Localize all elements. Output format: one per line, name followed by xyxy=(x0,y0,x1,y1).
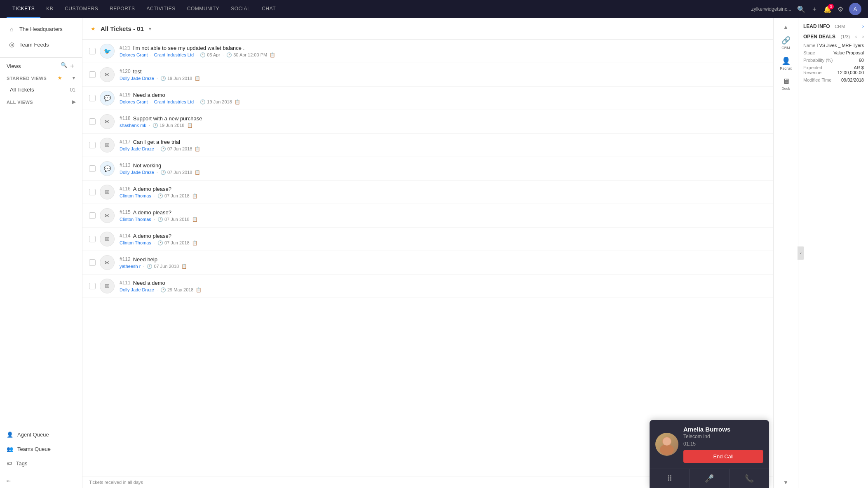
crm-nav-crm[interactable]: 🔗 CRM xyxy=(774,33,798,53)
ticket-info: #114 A demo please? Clinton Thomas· 🕐 07… xyxy=(120,233,809,246)
contact-name[interactable]: Dolly Jade Draze xyxy=(120,287,154,292)
sidebar-item-agent-queue[interactable]: 👤 Agent Queue xyxy=(0,427,82,442)
ticket-subject: Need a demo xyxy=(133,92,165,98)
contact-name[interactable]: Dolores Grant xyxy=(120,99,148,104)
ticket-row[interactable]: ✉ #116 A demo please? Clinton Thomas· 🕐 … xyxy=(82,181,868,204)
end-call-button[interactable]: End Call xyxy=(683,450,763,463)
user-avatar[interactable]: A xyxy=(849,3,861,15)
sidebar-bottom: 👤 Agent Queue 👥 Teams Queue 🏷 Tags xyxy=(0,424,82,474)
ticket-checkbox[interactable] xyxy=(89,189,96,195)
contact-name[interactable]: Dolores Grant xyxy=(120,52,148,57)
add-view-icon[interactable]: ＋ xyxy=(69,62,75,70)
contact-name[interactable]: Clinton Thomas xyxy=(120,193,151,198)
title-dropdown-arrow[interactable]: ▾ xyxy=(149,26,151,32)
ticket-row[interactable]: ✉ #117 Can I get a free trial Dolly Jade… xyxy=(82,134,868,157)
company-name[interactable]: Grant Industries Ltd xyxy=(154,52,194,57)
main-content: ★ All Tickets - 01 ▾ ☰ ⊞ ▾ ••• 🐦 xyxy=(82,18,868,488)
ticket-row[interactable]: ✉ #120 test Dolly Jade Draze· 🕐 19 Jun 2… xyxy=(82,63,868,87)
ticket-note-icon: 📋 xyxy=(195,170,200,175)
nav-item-social[interactable]: SOCIAL xyxy=(225,0,256,18)
contact-name[interactable]: Clinton Thomas xyxy=(120,240,151,245)
nav-item-chat[interactable]: CHAT xyxy=(256,0,282,18)
contact-name[interactable]: Dolly Jade Draze xyxy=(120,76,154,81)
ticket-checkbox[interactable] xyxy=(89,259,96,266)
nav-item-customers[interactable]: CUSTOMERS xyxy=(59,0,104,18)
nav-item-kb[interactable]: KB xyxy=(40,0,59,18)
ticket-row[interactable]: ✉ #114 A demo please? Clinton Thomas· 🕐 … xyxy=(82,228,868,251)
nav-items: TICKETS KB CUSTOMERS REPORTS ACTIVITIES … xyxy=(7,0,751,18)
ticket-number: #112 xyxy=(120,256,131,262)
crm-panel-collapse[interactable]: ‹ xyxy=(798,246,804,260)
contact-name[interactable]: shashank mk xyxy=(120,123,146,128)
call-contact-company: Telecom Ind xyxy=(683,434,763,439)
ticket-row[interactable]: 💬 #119 Need a demo Dolores Grant· Grant … xyxy=(82,87,868,110)
ticket-meta: Dolly Jade Draze· 🕐 07 Jun 2018📋 xyxy=(120,170,809,175)
nav-item-tickets[interactable]: TICKETS xyxy=(7,0,40,18)
ticket-checkbox[interactable] xyxy=(89,165,96,172)
add-icon[interactable]: ＋ xyxy=(811,5,818,14)
phone-btn[interactable]: 📞 xyxy=(730,469,769,488)
ticket-row[interactable]: ✉ #118 Support with a new purchase shash… xyxy=(82,110,868,134)
collapse-sidebar-btn[interactable]: ⇤ xyxy=(0,474,82,488)
call-avatar xyxy=(655,433,678,456)
nav-item-activities[interactable]: ACTIVITIES xyxy=(141,0,181,18)
ticket-time: 🕐 07 Jun 2018 xyxy=(147,264,179,269)
crm-nav-desk[interactable]: 🖥 Desk xyxy=(774,74,798,94)
crm-panel-scroll-down[interactable]: ▼ xyxy=(781,477,791,488)
ticket-row[interactable]: 💬 #113 Not working Dolly Jade Draze· 🕐 0… xyxy=(82,157,868,181)
title-star-icon: ★ xyxy=(91,26,96,32)
dialpad-btn[interactable]: ⠿ xyxy=(650,469,690,488)
ticket-title-row: #119 Need a demo xyxy=(120,92,809,98)
starred-all-tickets[interactable]: All Tickets 01 xyxy=(0,83,82,96)
ticket-info: #113 Not working Dolly Jade Draze· 🕐 07 … xyxy=(120,162,809,175)
ticket-checkbox[interactable] xyxy=(89,95,96,101)
ticket-title-row: #112 Need help xyxy=(120,256,809,263)
notifications-icon[interactable]: 🔔 3 xyxy=(823,5,832,13)
ticket-checkbox[interactable] xyxy=(89,71,96,78)
crm-nav-recruit[interactable]: 👤 Recruit xyxy=(774,53,798,74)
open-deals-nav-prev[interactable]: ‹ xyxy=(855,33,857,40)
stage-value: Value Proposal xyxy=(833,50,864,55)
call-contact-name: Amelia Burrows xyxy=(683,426,763,433)
sidebar-item-teams-queue[interactable]: 👥 Teams Queue xyxy=(0,442,82,456)
sidebar-item-tags[interactable]: 🏷 Tags xyxy=(0,456,82,471)
nav-item-reports[interactable]: REPORTS xyxy=(104,0,141,18)
open-deals-nav-next[interactable]: › xyxy=(862,33,864,40)
ticket-number: #121 xyxy=(120,45,131,51)
sidebar-item-headquarters[interactable]: ⌂ The Headquarters xyxy=(0,21,82,37)
ticket-row[interactable]: ✉ #111 Need a demo Dolly Jade Draze· 🕐 2… xyxy=(82,274,868,298)
ticket-checkbox[interactable] xyxy=(89,118,96,125)
lead-info-expand[interactable]: › xyxy=(862,23,864,29)
sidebar-item-team-feeds[interactable]: ◎ Team Feeds xyxy=(0,37,82,52)
all-views-label: ALL VIEWS xyxy=(7,100,33,105)
ticket-time: 🕐 05 Apr xyxy=(200,52,220,58)
starred-views-collapse[interactable]: ▾ xyxy=(73,75,75,81)
crm-panel-scroll-up[interactable]: ▲ xyxy=(781,21,791,33)
company-name[interactable]: Grant Industries Ltd xyxy=(154,99,194,104)
phone-icon: 📞 xyxy=(745,474,754,483)
contact-name[interactable]: Dolly Jade Draze xyxy=(120,146,154,151)
contact-name[interactable]: Clinton Thomas xyxy=(120,217,151,222)
mute-btn[interactable]: 🎤 xyxy=(690,469,730,488)
ticket-checkbox[interactable] xyxy=(89,142,96,148)
contact-name[interactable]: Dolly Jade Draze xyxy=(120,170,154,175)
settings-icon[interactable]: ⚙ xyxy=(838,5,843,13)
ticket-checkbox[interactable] xyxy=(89,212,96,219)
ticket-row[interactable]: 🐦 #121 I'm not able to see my updated wa… xyxy=(82,40,868,63)
ticket-checkbox[interactable] xyxy=(89,48,96,54)
search-icon[interactable]: 🔍 xyxy=(797,5,805,13)
ticket-number: #117 xyxy=(120,139,131,145)
search-views-icon[interactable]: 🔍 xyxy=(61,62,67,70)
ticket-checkbox[interactable] xyxy=(89,283,96,289)
crm-content: LEAD INFO - CRM › OPEN DEALS (1/3) ‹ › N… xyxy=(799,18,868,90)
nav-item-community[interactable]: COMMUNITY xyxy=(181,0,225,18)
ticket-time: 🕐 07 Jun 2018 xyxy=(157,217,190,222)
contact-name[interactable]: yatheesh r xyxy=(120,264,141,269)
ticket-checkbox[interactable] xyxy=(89,236,96,242)
agent-queue-icon: 👤 xyxy=(7,432,13,438)
all-views-header[interactable]: ALL VIEWS ▶ xyxy=(0,96,82,108)
ticket-row[interactable]: ✉ #115 A demo please? Clinton Thomas· 🕐 … xyxy=(82,204,868,228)
crm-panel: ▲ 🔗 CRM 👤 Recruit 🖥 Desk ▼ ‹ LEAD INFO -… xyxy=(773,18,868,488)
ticket-row[interactable]: ✉ #112 Need help yatheesh r· 🕐 07 Jun 20… xyxy=(82,251,868,274)
ticket-subject: I'm not able to see my updated wallet ba… xyxy=(133,45,245,51)
